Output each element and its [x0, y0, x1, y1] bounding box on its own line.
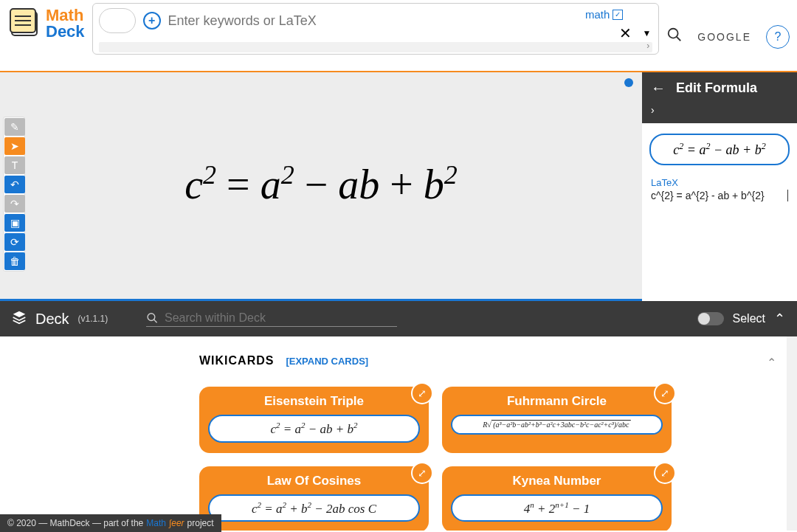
card-formula[interactable]: c2 = a2 + b2 − 2ab cos C [208, 494, 420, 522]
add-chip-button[interactable]: + [143, 12, 161, 30]
pen-tool[interactable]: ✎ [4, 118, 25, 136]
expand-card-icon[interactable]: ⤢ [411, 462, 433, 484]
search-container: math ✓ + ✕ ▼ [92, 3, 660, 55]
deck-search[interactable] [146, 311, 397, 327]
deck-content: WIKICARDS [EXPAND CARDS] ⤢ Eisenstein Tr… [0, 336, 797, 531]
logo[interactable]: Math Deck [7, 6, 85, 41]
svg-point-7 [148, 313, 155, 320]
clear-icon[interactable]: ✕ [619, 24, 632, 42]
canvas-formula[interactable]: c2 = a2 − ab + b2 [184, 159, 458, 207]
layers-icon[interactable] [12, 310, 27, 328]
trash-tool[interactable]: 🗑 [4, 252, 25, 270]
canvas-toolbar: ✎ ➤ T ↶ ↷ ▣ ⟳ 🗑 [3, 117, 25, 272]
svg-line-6 [677, 37, 681, 41]
text-tool[interactable]: T [4, 156, 25, 174]
card-formula[interactable]: R√ (a³−a²b−ab²+b³−a²c+3abc−b²c−ac²+c³)/a… [451, 415, 663, 435]
footer-copyright: © 2020 — MathDeck — part of the [7, 518, 143, 528]
svg-point-5 [669, 29, 678, 38]
wikicard[interactable]: ⤢ Kynea Number 4n + 2n+1 − 1 [442, 466, 672, 531]
logo-text-math: Math [46, 7, 85, 24]
status-dot [624, 78, 633, 87]
back-icon[interactable]: ← [651, 80, 666, 97]
help-button[interactable]: ? [766, 25, 790, 49]
chip-scrollbar[interactable] [99, 42, 653, 52]
expand-card-icon[interactable]: ⤢ [411, 382, 433, 404]
footer-tail: project [187, 518, 214, 528]
redo-tool[interactable]: ↷ [4, 195, 25, 213]
expand-card-icon[interactable]: ⤢ [654, 462, 676, 484]
logo-icon [7, 6, 43, 41]
wikicard[interactable]: ⤢ Law Of Cosines c2 = a2 + b2 − 2ab cos … [199, 466, 429, 531]
undo-tool[interactable]: ↶ [4, 176, 25, 193]
collapse-section-icon[interactable]: ⌃ [767, 356, 776, 370]
search-icon [146, 311, 159, 325]
canvas-area[interactable]: ✎ ➤ T ↶ ↷ ▣ ⟳ 🗑 c2 = a2 − ab + b2 [0, 72, 642, 301]
wikicard[interactable]: ⤢ Fuhrmann Circle R√ (a³−a²b−ab²+b³−a²c+… [442, 387, 672, 453]
card-title: Law Of Cosines [208, 474, 420, 488]
math-toggle[interactable]: math ✓ [585, 8, 623, 21]
image-tool[interactable]: ▣ [4, 214, 25, 232]
footer-brand2[interactable]: ∫eer [169, 518, 184, 528]
wikicards-title: WIKICARDS [199, 354, 274, 367]
refresh-tool[interactable]: ⟳ [4, 233, 25, 251]
select-label: Select [733, 312, 765, 325]
wikicard[interactable]: ⤢ Eisenstein Triple c2 = a2 − ab + b2 [199, 387, 429, 453]
deck-scrollbar[interactable] [787, 336, 797, 531]
card-formula[interactable]: 4n + 2n+1 − 1 [451, 494, 663, 522]
collapse-deck-icon[interactable]: ⌃ [774, 311, 785, 327]
search-icon[interactable] [666, 27, 683, 47]
dropdown-icon[interactable]: ▼ [642, 28, 651, 38]
deck-bar: Deck (v1.1.1) Select ⌃ [0, 301, 797, 336]
expand-cards-link[interactable]: [EXPAND CARDS] [286, 356, 368, 367]
search-input[interactable] [168, 13, 653, 29]
google-button[interactable]: GOOGLE [697, 31, 751, 43]
deck-version: (v1.1.1) [78, 314, 108, 324]
latex-label: LaTeX [651, 177, 788, 188]
logo-text-deck: Deck [46, 24, 85, 40]
card-title: Eisenstein Triple [208, 394, 420, 409]
chevron-right-icon[interactable]: › [651, 104, 788, 116]
checkbox-icon: ✓ [613, 10, 623, 20]
card-title: Kynea Number [451, 474, 663, 488]
card-title: Fuhrmann Circle [451, 394, 663, 409]
select-toggle[interactable] [697, 312, 724, 325]
formula-preview[interactable]: c2 = a2 − ab + b2 [649, 134, 790, 165]
deck-search-input[interactable] [165, 311, 397, 325]
math-toggle-label: math [585, 8, 610, 21]
card-formula[interactable]: c2 = a2 − ab + b2 [208, 415, 420, 443]
expand-card-icon[interactable]: ⤢ [654, 382, 676, 404]
edit-panel-title: Edit Formula [676, 80, 757, 96]
svg-line-8 [154, 319, 157, 322]
edit-formula-panel: ← Edit Formula › c2 = a2 − ab + b2 LaTeX… [642, 72, 797, 301]
deck-title: Deck [35, 311, 69, 328]
pointer-tool[interactable]: ➤ [4, 137, 25, 155]
formula-chip[interactable] [99, 8, 136, 33]
footer: © 2020 — MathDeck — part of the Math∫eer… [0, 514, 221, 532]
footer-brand1[interactable]: Math [146, 518, 166, 528]
latex-input[interactable]: c^{2} = a^{2} - ab + b^{2} [651, 190, 788, 201]
